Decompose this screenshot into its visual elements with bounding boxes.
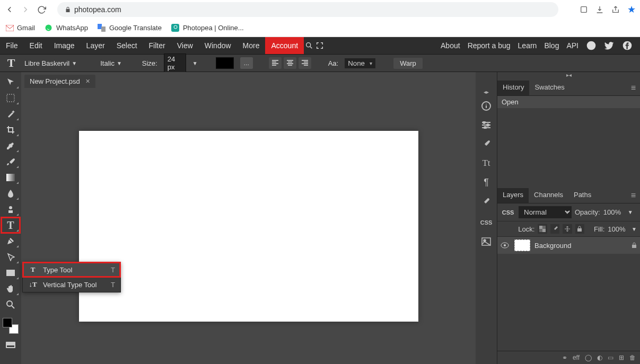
- menu-more[interactable]: More: [237, 37, 266, 54]
- flyout-vertical-type-tool[interactable]: ↓T Vertical Type Tool T: [23, 277, 120, 292]
- menu-file[interactable]: File: [0, 37, 24, 54]
- reddit-icon[interactable]: [586, 40, 597, 51]
- link-blog[interactable]: Blog: [544, 41, 559, 50]
- tab-paths[interactable]: Paths: [568, 188, 597, 203]
- marquee-tool[interactable]: [1, 90, 20, 106]
- tab-layers[interactable]: Layers: [497, 188, 529, 203]
- flyout-type-tool[interactable]: T Type Tool T: [23, 262, 120, 277]
- layer-lock-icon[interactable]: [632, 242, 637, 248]
- adjustment-layer-icon[interactable]: ◐: [597, 354, 602, 361]
- bookmark-gmail[interactable]: Gmail: [5, 24, 35, 32]
- delete-layer-icon[interactable]: 🗑: [629, 354, 636, 361]
- shape-tool[interactable]: [1, 265, 20, 281]
- paragraph-panel-icon[interactable]: ¶: [477, 173, 496, 192]
- antialias-select[interactable]: None: [345, 58, 375, 68]
- history-panel-menu-icon[interactable]: ≡: [627, 81, 640, 95]
- fullscreen-icon[interactable]: [314, 40, 325, 51]
- menu-window[interactable]: Window: [199, 37, 237, 54]
- blur-tool[interactable]: [1, 185, 20, 201]
- back-button[interactable]: [4, 4, 15, 15]
- new-layer-icon[interactable]: ⊞: [619, 354, 624, 361]
- layers-panel-menu-icon[interactable]: ≡: [627, 188, 640, 203]
- history-item[interactable]: Open: [497, 96, 640, 108]
- opacity-input[interactable]: 100%: [603, 208, 625, 216]
- font-family-dropdown[interactable]: Libre Baskervil▼: [24, 59, 77, 67]
- menu-filter[interactable]: Filter: [143, 37, 171, 54]
- fill-input[interactable]: 100%: [608, 225, 628, 233]
- panel-collapse-handle[interactable]: ▸◂: [497, 72, 640, 81]
- text-color-swatch[interactable]: [216, 57, 234, 69]
- path-select-tool[interactable]: [1, 249, 20, 265]
- lock-all-icon[interactable]: [575, 224, 584, 234]
- download-icon[interactable]: [595, 5, 604, 14]
- bookmark-photopea[interactable]: Photopea | Online...: [171, 24, 244, 32]
- lock-move-icon[interactable]: [563, 224, 572, 234]
- document-tab[interactable]: New Project.psd ✕: [24, 75, 95, 88]
- font-style-dropdown[interactable]: Italic▼: [100, 59, 122, 67]
- warp-button[interactable]: Warp: [393, 58, 423, 69]
- brush-tool[interactable]: [1, 154, 20, 170]
- menu-view[interactable]: View: [171, 37, 199, 54]
- address-bar[interactable]: photopea.com: [57, 2, 558, 17]
- tools-panel-icon[interactable]: [477, 192, 496, 211]
- character-panel-icon[interactable]: Tt: [477, 154, 496, 173]
- image-panel-icon[interactable]: [477, 232, 496, 251]
- close-tab-icon[interactable]: ✕: [85, 78, 90, 85]
- lock-brush-icon[interactable]: [550, 224, 559, 234]
- align-left-button[interactable]: [269, 57, 282, 69]
- link-report[interactable]: Report a bug: [468, 41, 511, 50]
- tab-history[interactable]: History: [497, 81, 529, 95]
- quickmask-tool[interactable]: [1, 337, 20, 353]
- zoom-tool[interactable]: [1, 297, 20, 313]
- hand-tool[interactable]: [1, 281, 20, 297]
- reload-button[interactable]: [36, 4, 47, 15]
- menu-edit[interactable]: Edit: [24, 37, 48, 54]
- visibility-icon[interactable]: [501, 242, 510, 248]
- crop-tool[interactable]: [1, 122, 20, 138]
- type-tool[interactable]: T: [1, 217, 20, 233]
- wand-tool[interactable]: [1, 106, 20, 122]
- extension-icon[interactable]: [580, 5, 588, 14]
- css-panel-icon[interactable]: CSS: [477, 213, 496, 232]
- canvas[interactable]: [79, 131, 418, 322]
- bookmark-whatsapp[interactable]: WhatsApp: [45, 24, 88, 32]
- layer-row[interactable]: Background: [497, 237, 640, 254]
- tab-channels[interactable]: Channels: [529, 188, 568, 203]
- blend-mode-select[interactable]: Normal: [519, 206, 572, 218]
- move-tool[interactable]: [1, 74, 20, 90]
- menu-image[interactable]: Image: [48, 37, 81, 54]
- align-center-button[interactable]: [284, 57, 296, 69]
- link-api[interactable]: API: [566, 41, 578, 50]
- lock-pixels-icon[interactable]: [538, 224, 547, 234]
- mask-icon[interactable]: ◯: [585, 354, 592, 361]
- brush-panel-icon[interactable]: [477, 135, 496, 154]
- pen-tool[interactable]: [1, 233, 20, 249]
- bookmark-translate[interactable]: Google Translate: [98, 24, 162, 32]
- collapse-handle[interactable]: ◂▸: [476, 87, 497, 96]
- share-icon[interactable]: [611, 5, 620, 14]
- link-about[interactable]: About: [441, 41, 460, 50]
- adjustments-panel-icon[interactable]: [477, 116, 496, 135]
- search-icon[interactable]: [304, 40, 314, 51]
- fg-color-well[interactable]: [3, 318, 12, 327]
- menu-account[interactable]: Account: [265, 37, 304, 54]
- color-wells[interactable]: [3, 318, 19, 334]
- font-size-input[interactable]: 24 px: [164, 54, 186, 73]
- gradient-tool[interactable]: [1, 170, 20, 185]
- link-layers-icon[interactable]: ⚭: [562, 354, 567, 361]
- link-learn[interactable]: Learn: [518, 41, 537, 50]
- twitter-icon[interactable]: [604, 40, 615, 51]
- color-picker-button[interactable]: …: [240, 57, 253, 69]
- fill-dropdown-icon[interactable]: ▼: [632, 226, 637, 232]
- clone-tool[interactable]: [1, 201, 20, 217]
- fx-icon[interactable]: eff: [573, 354, 580, 361]
- menu-layer[interactable]: Layer: [81, 37, 111, 54]
- opacity-dropdown-icon[interactable]: ▼: [628, 209, 633, 215]
- size-dropdown-icon[interactable]: ▼: [192, 60, 198, 66]
- eyedropper-tool[interactable]: [1, 138, 20, 154]
- tab-swatches[interactable]: Swatches: [529, 81, 569, 95]
- info-panel-icon[interactable]: [477, 96, 496, 116]
- layer-thumbnail[interactable]: [514, 239, 530, 251]
- bookmark-star-icon[interactable]: ★: [627, 4, 636, 15]
- facebook-icon[interactable]: [622, 40, 633, 51]
